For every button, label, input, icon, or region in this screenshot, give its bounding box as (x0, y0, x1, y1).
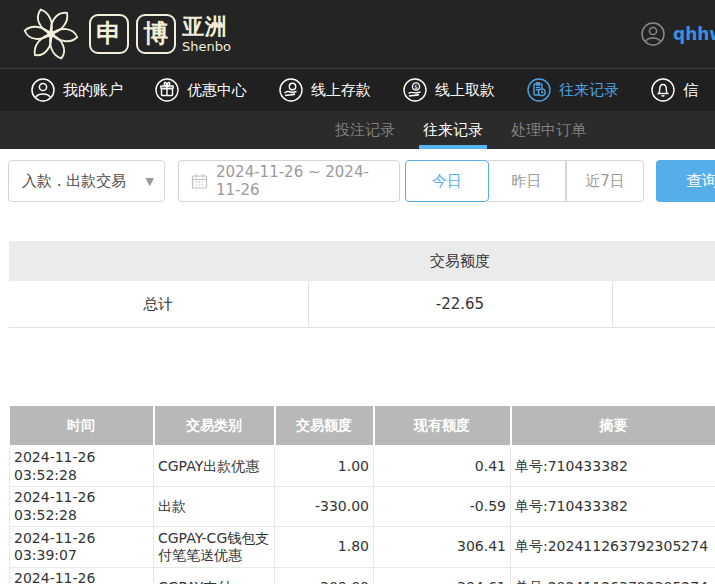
nav-item-messages[interactable]: 信 (650, 77, 698, 103)
transactions-table-container: 时间 交易类别 交易额度 现有额度 摘要 2024-11-26 03:52:28… (9, 406, 715, 584)
summary-header-empty (612, 241, 715, 281)
selected-option-label: 入款 . 出款交易 (22, 172, 126, 191)
cell-time: 2024-11-26 03:39:07 (10, 527, 154, 568)
cell-type: CGPAY支付 (154, 568, 275, 584)
withdraw-icon: $ (402, 77, 428, 103)
tab-label: 处理中订单 (511, 121, 586, 140)
summary-total-label: 总计 (9, 281, 308, 328)
table-row: 2024-11-26 03:52:28 出款 -330.00 -0.59 单号:… (10, 487, 715, 527)
chevron-down-icon: ▼ (146, 175, 154, 188)
summary-table: 交易额度 总计 -22.65 (9, 241, 715, 328)
date-range-input[interactable]: 2024-11-26 ~ 2024-11-26 (178, 160, 400, 202)
cell-amount: -330.00 (275, 487, 374, 527)
logo-region-text: 亚洲 Shenbo (182, 16, 231, 53)
records-icon (526, 77, 552, 103)
column-header-amount: 交易额度 (275, 406, 374, 446)
tab-pending-orders[interactable]: 处理中订单 (511, 111, 586, 149)
table-row: 2024-11-26 03:39:07 CGPAY支付 300.00 304.6… (10, 568, 715, 584)
cell-balance: 306.41 (374, 527, 511, 568)
summary-header-empty (9, 241, 308, 281)
calendar-icon (191, 173, 208, 190)
logo-region-en: Shenbo (182, 40, 231, 53)
avatar-icon (640, 21, 666, 47)
logo-region-cn: 亚洲 (182, 16, 231, 38)
nav-label: 线上取款 (435, 81, 495, 100)
button-label: 今日 (432, 172, 462, 191)
summary-total-row: 总计 -22.65 (9, 281, 715, 328)
button-label: 昨日 (512, 172, 542, 191)
today-button[interactable]: 今日 (405, 160, 489, 202)
nav-item-my-account[interactable]: 我的账户 (30, 77, 123, 103)
cell-summary: 单号:202411263792305274 (511, 527, 715, 568)
cell-summary: 单号:202411263792305274 (511, 568, 715, 584)
user-icon (30, 77, 56, 103)
brand-logo[interactable]: 申 博 亚洲 Shenbo (0, 4, 231, 64)
main-navigation: 我的账户 优惠中心 线上存款 (0, 68, 715, 111)
tab-label: 投注记录 (335, 121, 395, 140)
table-row: 2024-11-26 03:52:28 CGPAY出款优惠 1.00 0.41 … (10, 446, 715, 487)
flower-logo-icon (20, 4, 82, 64)
nav-label: 线上存款 (311, 81, 371, 100)
yesterday-button[interactable]: 昨日 (488, 160, 566, 202)
nav-item-records[interactable]: 往来记录 (526, 77, 619, 103)
button-label: 近7日 (585, 172, 625, 191)
top-header: 申 博 亚洲 Shenbo qhhw (0, 0, 715, 68)
cell-time: 2024-11-26 03:52:28 (10, 487, 154, 527)
deposit-icon (278, 77, 304, 103)
nav-item-withdraw[interactable]: $ 线上取款 (402, 77, 495, 103)
cell-balance: 0.41 (374, 446, 511, 487)
cell-summary: 单号:710433382 (511, 446, 715, 487)
summary-total-value: -22.65 (308, 281, 612, 328)
logo-char-bo: 博 (136, 14, 176, 54)
nav-label: 我的账户 (63, 81, 123, 100)
username-text[interactable]: qhhw (673, 24, 715, 44)
column-header-summary: 摘要 (511, 406, 715, 446)
date-range-value: 2024-11-26 ~ 2024-11-26 (216, 163, 389, 199)
quick-date-button-group: 今日 昨日 近7日 (405, 160, 644, 202)
cell-amount: 1.00 (275, 446, 374, 487)
tab-betting-records[interactable]: 投注记录 (335, 111, 395, 149)
bell-icon (650, 77, 676, 103)
filter-toolbar: 入款 . 出款交易 ▼ 2024-11-26 ~ 2024-11-26 今日 昨… (8, 159, 715, 203)
cell-amount: 1.80 (275, 527, 374, 568)
cell-time: 2024-11-26 03:52:28 (10, 446, 154, 487)
user-account-area[interactable]: qhhw (640, 0, 715, 68)
cell-time: 2024-11-26 03:39:07 (10, 568, 154, 584)
gift-icon (154, 77, 180, 103)
nav-label: 信 (683, 81, 698, 100)
nav-item-deposit[interactable]: 线上存款 (278, 77, 371, 103)
tab-transaction-records[interactable]: 往来记录 (423, 111, 483, 149)
nav-label: 往来记录 (559, 81, 619, 100)
column-header-balance: 现有额度 (374, 406, 511, 446)
cell-type: CGPAY-CG钱包支付笔笔送优惠 (154, 527, 275, 568)
transactions-table: 时间 交易类别 交易额度 现有额度 摘要 2024-11-26 03:52:28… (9, 406, 715, 584)
column-header-type: 交易类别 (154, 406, 275, 446)
summary-header-row: 交易额度 (9, 241, 715, 281)
summary-table-container: 交易额度 总计 -22.65 (9, 241, 715, 328)
search-button[interactable]: 查询 (656, 160, 715, 202)
summary-header-amount: 交易额度 (308, 241, 612, 281)
cell-amount: 300.00 (275, 568, 374, 584)
summary-empty-cell (612, 281, 715, 328)
transaction-records-page: { "header": { "logo": {"box1": "申", "box… (0, 0, 715, 584)
nav-item-promotions[interactable]: 优惠中心 (154, 77, 247, 103)
column-header-time: 时间 (10, 406, 154, 446)
nav-label: 优惠中心 (187, 81, 247, 100)
cell-type: CGPAY出款优惠 (154, 446, 275, 487)
last7days-button[interactable]: 近7日 (566, 160, 644, 202)
cell-summary: 单号:710433382 (511, 487, 715, 527)
tab-label: 往来记录 (423, 121, 483, 140)
svg-text:$: $ (414, 83, 418, 90)
records-tab-bar: 投注记录 往来记录 处理中订单 (0, 111, 715, 149)
table-row: 2024-11-26 03:39:07 CGPAY-CG钱包支付笔笔送优惠 1.… (10, 527, 715, 568)
cell-type: 出款 (154, 487, 275, 527)
cell-balance: -0.59 (374, 487, 511, 527)
transaction-type-select[interactable]: 入款 . 出款交易 ▼ (8, 160, 165, 202)
logo-char-shen: 申 (89, 14, 129, 54)
cell-balance: 304.61 (374, 568, 511, 584)
button-label: 查询 (686, 171, 715, 192)
table-header-row: 时间 交易类别 交易额度 现有额度 摘要 (10, 406, 715, 446)
